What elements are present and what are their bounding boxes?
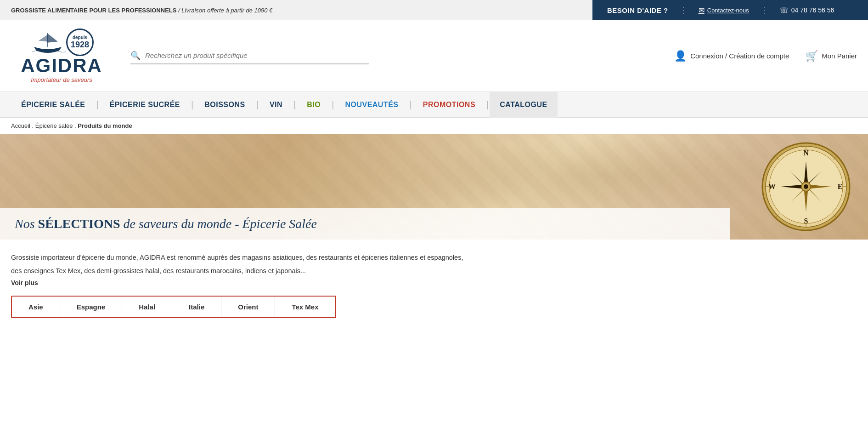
nav-item-epicerie-sucree[interactable]: ÉPICERIE SUCRÉE — [100, 92, 190, 118]
nav-item-boissons[interactable]: BOISSONS — [194, 92, 255, 118]
hero-title-area: Nos SÉLECTIONS de saveurs du monde - Épi… — [0, 208, 730, 240]
nav-sep-4: | — [293, 99, 297, 110]
since-label: depuis — [73, 35, 87, 40]
nav-sep-7: | — [485, 99, 490, 110]
cat-tab-espagne[interactable]: Espagne — [60, 297, 123, 317]
category-tabs: Asie Espagne Halal Italie Orient Tex Mex — [11, 296, 336, 318]
contact-link[interactable]: ✉ Contactez-nous — [699, 6, 749, 15]
compass-area: N S W E — [753, 138, 859, 235]
hero-title-italic: Nos — [15, 217, 38, 231]
nav-item-bio[interactable]: BIO — [297, 92, 331, 118]
cat-tab-orient[interactable]: Orient — [221, 297, 275, 317]
sep-v2: ⋮ — [760, 5, 768, 15]
top-bar: GROSSISTE ALIMENTAIRE POUR LES PROFESSIO… — [0, 0, 868, 20]
nav-item-epicerie-salee[interactable]: ÉPICERIE SALÉE — [11, 92, 95, 118]
hero-banner: N S W E Nos SÉLECTIONS de saveurs du mon… — [0, 134, 868, 240]
cat-tab-halal[interactable]: Halal — [122, 297, 172, 317]
svg-text:S: S — [804, 217, 808, 225]
cart-link[interactable]: 🛒 Mon Panier — [806, 50, 857, 62]
top-bar-promo: GROSSISTE ALIMENTAIRE POUR LES PROFESSIO… — [0, 7, 592, 14]
svg-text:W: W — [768, 183, 776, 190]
promo-italic: / Livraison offerte à partir de 1090 € — [176, 7, 272, 14]
hero-title-rest: de saveurs du monde - Épicerie Salée — [120, 217, 317, 231]
nav-item-vin[interactable]: VIN — [259, 92, 293, 118]
nav-sep-5: | — [331, 99, 335, 110]
phone-display: ☏ 04 78 76 56 56 — [779, 6, 834, 15]
logo-text: AGIDRA — [21, 56, 102, 75]
svg-point-25 — [804, 184, 808, 189]
breadcrumb-current: Produits du monde — [78, 122, 132, 129]
cat-tab-italie[interactable]: Italie — [172, 297, 221, 317]
besoin-label: BESOIN D'AIDE ? — [607, 6, 668, 14]
search-icon: 🔍 — [130, 51, 141, 61]
svg-text:N: N — [803, 149, 809, 157]
hero-title: Nos SÉLECTIONS de saveurs du monde - Épi… — [15, 217, 716, 231]
header: depuis 1928 AGIDRA Importateur de saveur… — [0, 20, 868, 92]
breadcrumb-epicerie[interactable]: Épicerie salée — [35, 122, 73, 129]
user-label: Connexion / Création de compte — [690, 52, 789, 60]
content-desc-line2: des enseignes Tex Mex, des demi-grossist… — [11, 266, 687, 276]
svg-text:E: E — [838, 183, 843, 190]
content-section: Grossiste importateur d'épicerie du mond… — [0, 240, 698, 327]
nav-item-catalogue[interactable]: CATALOGUE — [490, 92, 557, 118]
contact-label: Contactez-nous — [707, 7, 749, 14]
logo-graphic: depuis 1928 — [29, 29, 94, 56]
ship-icon — [29, 29, 66, 56]
nav-sep-3: | — [255, 99, 259, 110]
main-nav: ÉPICERIE SALÉE | ÉPICERIE SUCRÉE | BOISS… — [0, 92, 868, 118]
cart-label: Mon Panier — [822, 52, 857, 60]
search-box: 🔍 — [130, 48, 369, 64]
user-area: 👤 Connexion / Création de compte 🛒 Mon P… — [674, 50, 857, 62]
content-desc-line1: Grossiste importateur d'épicerie du mond… — [11, 252, 687, 263]
nav-item-nouveautes[interactable]: NOUVEAUTÉS — [335, 92, 408, 118]
top-bar-contact: BESOIN D'AIDE ? ⋮ ✉ Contactez-nous ⋮ ☏ 0… — [592, 0, 868, 20]
cart-icon: 🛒 — [806, 50, 818, 62]
sep-v1: ⋮ — [679, 5, 688, 15]
search-input[interactable] — [145, 51, 369, 59]
cat-tab-texmex[interactable]: Tex Mex — [275, 297, 335, 317]
phone-icon: ☏ — [779, 6, 789, 15]
breadcrumb-sep2: . — [73, 122, 78, 129]
user-icon: 👤 — [674, 50, 687, 62]
breadcrumb-sep1: . — [30, 122, 35, 129]
breadcrumb: Accueil . Épicerie salée . Produits du m… — [0, 118, 868, 134]
email-icon: ✉ — [699, 6, 705, 15]
logo-subtitle: Importateur de saveurs — [31, 76, 92, 83]
nav-sep-2: | — [190, 99, 194, 110]
since-year: 1928 — [71, 40, 89, 50]
hero-title-bold: SÉLECTIONS — [38, 217, 120, 231]
phone-number: 04 78 76 56 56 — [791, 6, 834, 14]
nav-item-promotions[interactable]: PROMOTIONS — [413, 92, 485, 118]
compass-icon: N S W E — [760, 141, 852, 233]
nav-sep-6: | — [409, 99, 413, 110]
nav-sep-1: | — [95, 99, 99, 110]
voir-plus-link[interactable]: Voir plus — [11, 279, 687, 286]
since-badge: depuis 1928 — [66, 29, 94, 56]
promo-bold: GROSSISTE ALIMENTAIRE POUR LES PROFESSIO… — [11, 7, 176, 14]
cat-tab-asie[interactable]: Asie — [12, 297, 60, 317]
user-link[interactable]: 👤 Connexion / Création de compte — [674, 50, 789, 62]
breadcrumb-accueil[interactable]: Accueil — [11, 122, 30, 129]
search-area: 🔍 — [130, 48, 369, 64]
logo-area: depuis 1928 AGIDRA Importateur de saveur… — [11, 29, 112, 83]
